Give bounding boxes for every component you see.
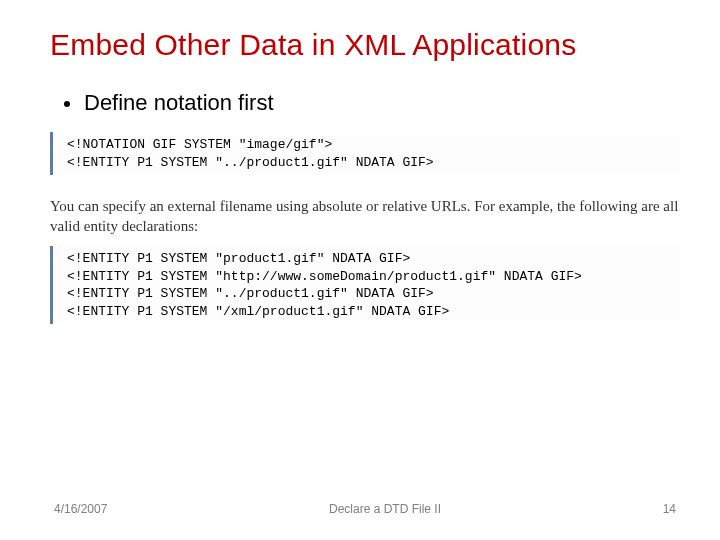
footer-page-number: 14 <box>663 502 676 516</box>
bullet-text: Define notation first <box>84 90 274 116</box>
paragraph: You can specify an external filename usi… <box>50 197 680 236</box>
footer: 4/16/2007 Declare a DTD File II 14 <box>0 502 720 516</box>
bullet-dot-icon <box>64 101 70 107</box>
bullet-item: Define notation first <box>64 90 680 116</box>
footer-date: 4/16/2007 <box>54 502 107 516</box>
slide-title: Embed Other Data in XML Applications <box>50 28 680 62</box>
code-block-2: <!ENTITY P1 SYSTEM "product1.gif" NDATA … <box>50 246 680 324</box>
code-block-1: <!NOTATION GIF SYSTEM "image/gif"> <!ENT… <box>50 132 680 175</box>
slide: Embed Other Data in XML Applications Def… <box>0 0 720 540</box>
footer-title: Declare a DTD File II <box>107 502 662 516</box>
